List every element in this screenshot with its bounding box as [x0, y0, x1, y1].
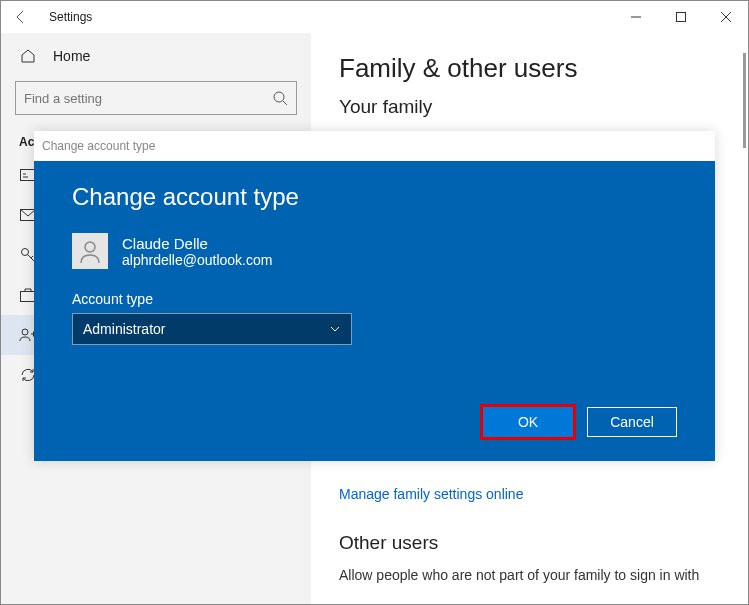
search-icon: [272, 90, 288, 106]
dialog-header: Change account type: [34, 131, 715, 161]
change-account-type-dialog: Change account type Change account type …: [34, 131, 715, 461]
scrollbar[interactable]: [743, 53, 746, 148]
svg-rect-0: [676, 13, 685, 22]
window-title: Settings: [49, 10, 92, 24]
person-icon: [77, 238, 103, 264]
your-family-heading: Your family: [339, 96, 720, 118]
account-type-value: Administrator: [83, 321, 165, 337]
window-titlebar: Settings: [1, 1, 748, 33]
page-title: Family & other users: [339, 53, 720, 84]
chevron-down-icon: [329, 323, 341, 335]
minimize-icon: [631, 12, 641, 22]
back-button[interactable]: [1, 1, 41, 33]
account-user-name: Claude Delle: [122, 235, 272, 252]
close-icon: [721, 12, 731, 22]
home-icon: [19, 47, 37, 65]
account-type-select[interactable]: Administrator: [72, 313, 352, 345]
svg-point-4: [22, 249, 29, 256]
manage-family-link[interactable]: Manage family settings online: [339, 486, 720, 502]
other-users-desc: Allow people who are not part of your fa…: [339, 566, 720, 586]
ok-button[interactable]: OK: [483, 407, 573, 437]
account-user-email: alphrdelle@outlook.com: [122, 252, 272, 268]
svg-point-1: [274, 92, 284, 102]
svg-point-6: [22, 329, 28, 335]
svg-point-7: [85, 242, 95, 252]
nav-home-label: Home: [53, 48, 90, 64]
avatar: [72, 233, 108, 269]
arrow-left-icon: [13, 9, 29, 25]
window-controls: [613, 1, 748, 33]
account-type-label: Account type: [72, 291, 677, 307]
cancel-button[interactable]: Cancel: [587, 407, 677, 437]
account-user-row: Claude Delle alphrdelle@outlook.com: [72, 233, 677, 269]
maximize-icon: [676, 12, 686, 22]
other-users-heading: Other users: [339, 532, 720, 554]
close-button[interactable]: [703, 1, 748, 33]
maximize-button[interactable]: [658, 1, 703, 33]
dialog-title: Change account type: [72, 183, 677, 211]
nav-home[interactable]: Home: [1, 39, 311, 73]
search-input[interactable]: [24, 91, 272, 106]
search-input-wrap[interactable]: [15, 81, 297, 115]
minimize-button[interactable]: [613, 1, 658, 33]
